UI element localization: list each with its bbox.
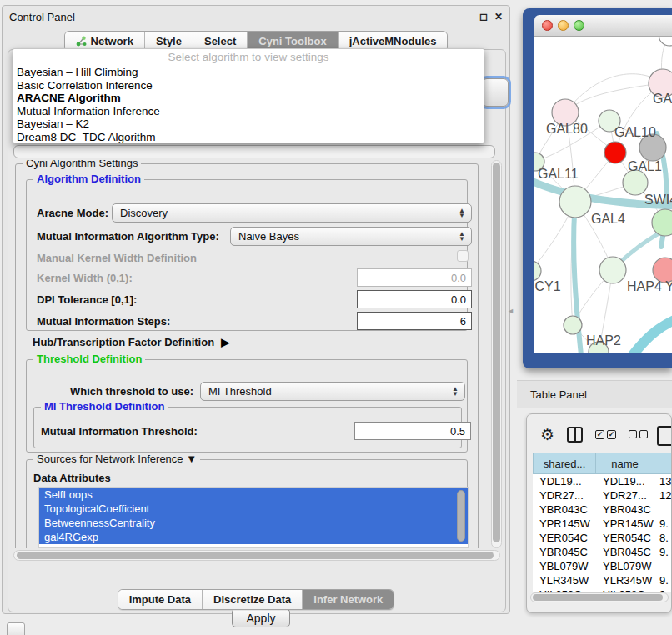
network-node[interactable]	[559, 186, 591, 218]
mi-steps-label: Mutual Information Steps:	[37, 315, 170, 328]
network-icon	[76, 36, 87, 47]
sources-title[interactable]: Sources for Network Inference ▼	[33, 452, 200, 465]
node-label: HAP4	[627, 279, 662, 293]
network-node[interactable]	[564, 316, 582, 334]
new-table-icon[interactable]	[657, 426, 672, 446]
network-window-titlebar[interactable]	[534, 15, 672, 37]
network-view-window: GALGAL80GAL10GAL1GAL11SWI4GAL4GCY1HAP4YH…	[523, 8, 672, 368]
table-cell: 13	[654, 474, 672, 488]
table-row[interactable]: YLR345WYLR345W9.	[533, 573, 672, 588]
algorithm-option[interactable]: Basic Correlation Inference	[13, 79, 484, 92]
table-cell: YER054C	[596, 531, 654, 545]
cyni-algorithm-settings-title: Cyni Algorithm Settings	[23, 160, 141, 169]
settings-vertical-scrollbar[interactable]	[491, 160, 502, 548]
data-attributes-label: Data Attributes	[33, 472, 111, 484]
manual-kernel-checkbox[interactable]	[457, 250, 469, 262]
aracne-mode-combo[interactable]: Discovery ▲▼	[112, 203, 472, 222]
column-header[interactable]: A	[654, 452, 672, 474]
close-window-icon[interactable]: ✕	[494, 11, 503, 22]
dropdown-prompt: Select algorithm to view settings	[13, 49, 484, 66]
network-node[interactable]	[652, 209, 672, 236]
mi-type-label: Mutual Information Algorithm Type:	[37, 230, 219, 242]
collapsed-panel-button[interactable]	[7, 622, 25, 635]
collapse-down-icon: ▼	[186, 452, 197, 465]
table-cell: YDR27...	[533, 488, 596, 502]
table-cell: YER054C	[533, 531, 596, 545]
tab-infer-network[interactable]: Infer Network	[303, 590, 394, 609]
mi-threshold-field[interactable]: 0.5	[354, 422, 471, 440]
network-canvas[interactable]: GALGAL80GAL10GAL1GAL11SWI4GAL4GCY1HAP4YH…	[534, 37, 672, 353]
network-node[interactable]	[604, 142, 626, 163]
maximize-traffic-light-icon[interactable]	[574, 20, 584, 31]
which-threshold-label: Which threshold to use:	[70, 385, 193, 398]
network-node[interactable]	[599, 257, 626, 283]
network-edge[interactable]	[633, 318, 672, 353]
mi-threshold-title: MI Threshold Definition	[41, 400, 168, 412]
table-horizontal-scrollbar[interactable]	[530, 592, 669, 602]
deselect-all-icon[interactable]	[629, 430, 648, 438]
column-header[interactable]: name	[596, 452, 654, 474]
mi-type-combo[interactable]: Naive Bayes ▲▼	[230, 227, 472, 246]
columns-icon[interactable]	[567, 427, 583, 442]
inference-algorithm-combo-fragment[interactable]	[482, 78, 509, 107]
table-row[interactable]: YBL079WYBL079W	[533, 559, 672, 573]
dpi-tolerance-field[interactable]: 0.0	[357, 290, 472, 308]
network-edge[interactable]	[534, 162, 535, 271]
node-label: Y	[665, 279, 672, 293]
algorithm-option[interactable]: Mutual Information Inference	[13, 105, 484, 118]
mi-threshold-label: Mutual Information Threshold:	[41, 425, 198, 438]
node-label: SWI4	[644, 192, 672, 207]
table-row[interactable]: YPR145WYPR145W9.	[533, 517, 672, 531]
algorithm-dropdown-popup: Select algorithm to view settings Bayesi…	[13, 48, 484, 143]
algorithm-option[interactable]: Bayesian – Hill Climbing	[13, 66, 484, 79]
table-row[interactable]: YDL19...YDL19...13	[533, 474, 672, 488]
algorithm-definition-group: Algorithm Definition Aracne Mode: Discov…	[26, 179, 468, 331]
float-window-icon[interactable]: ◻	[479, 11, 488, 22]
apply-button[interactable]: Apply	[232, 608, 290, 628]
table-row[interactable]: YER054CYER054C8.	[533, 531, 672, 545]
algorithm-option[interactable]: ARACNE Algorithm	[13, 92, 484, 105]
table-row[interactable]: YDR27...YDR27...12	[533, 488, 672, 502]
attribute-item[interactable]: gal4RGexp	[39, 530, 468, 544]
network-node[interactable]	[659, 37, 672, 46]
gear-icon[interactable]: ⚙	[540, 427, 554, 442]
tab-impute-data[interactable]: Impute Data	[118, 590, 203, 609]
table-cell: YBR045C	[533, 545, 596, 559]
algorithm-option[interactable]: Dream8 DC_TDC Algorithm	[13, 131, 484, 144]
table-cell: 9.	[654, 517, 672, 531]
network-edge[interactable]	[565, 74, 663, 112]
table-cell: YPR145W	[596, 517, 654, 531]
table-cell: 9.	[654, 573, 672, 588]
list-scrollbar[interactable]	[457, 490, 465, 542]
threshold-definition-group: Threshold Definition Which threshold to …	[26, 359, 468, 452]
network-edge[interactable]	[565, 83, 663, 112]
attribute-item[interactable]: BetweennessCentrality	[39, 516, 468, 530]
close-traffic-light-icon[interactable]	[542, 20, 553, 31]
aracne-mode-label: Aracne Mode:	[37, 207, 108, 219]
table-row[interactable]: YBR045CYBR045C9.	[533, 545, 672, 559]
which-threshold-combo[interactable]: MI Threshold ▲▼	[200, 382, 465, 401]
table-cell	[654, 559, 672, 573]
tab-discretize-data[interactable]: Discretize Data	[203, 590, 303, 609]
mi-steps-field[interactable]: 6	[357, 312, 472, 330]
control-panel-titlebar: Control Panel ◻ ✕	[3, 6, 509, 28]
settings-horizontal-scrollbar[interactable]	[13, 550, 500, 561]
network-node[interactable]	[623, 170, 648, 195]
attribute-item[interactable]: TopologicalCoefficient	[39, 502, 468, 516]
desktop: Control Panel ◻ ✕ NetworkStyleSelectCyni…	[0, 0, 672, 635]
table-cell: 8.	[654, 531, 672, 545]
data-attributes-list[interactable]: SelfLoopsTopologicalCoefficientBetweenne…	[38, 487, 469, 548]
table-cell: YDL19...	[533, 474, 596, 488]
network-node[interactable]	[534, 261, 541, 281]
algorithm-option[interactable]: Bayesian – K2	[13, 118, 484, 131]
table-row[interactable]: YBR043CYBR043C	[533, 502, 672, 517]
panel-splitter-handle[interactable]: ◄	[507, 305, 514, 317]
select-all-icon[interactable]: ✓✓	[595, 430, 616, 439]
table-cell: YDL19...	[596, 474, 654, 488]
table-cell: YLR345W	[533, 573, 596, 588]
hub-definition-label[interactable]: Hub/Transcription Factor Definition▶	[33, 336, 229, 348]
cyni-algorithm-settings-group: Cyni Algorithm Settings Algorithm Defini…	[15, 163, 479, 548]
column-header[interactable]: shared...	[533, 452, 596, 474]
attribute-item[interactable]: SelfLoops	[39, 488, 468, 502]
minimize-traffic-light-icon[interactable]	[558, 20, 569, 31]
